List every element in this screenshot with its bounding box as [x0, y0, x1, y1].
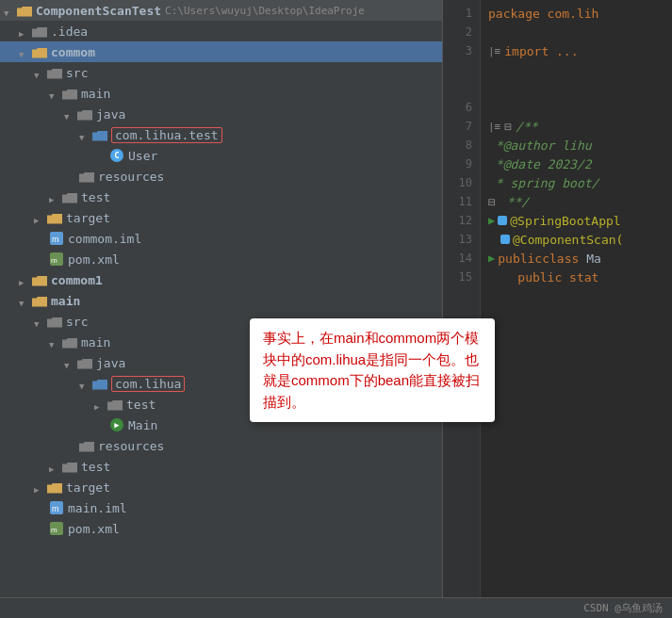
tree-item-commom1[interactable]: commom1 — [0, 269, 442, 290]
arrow-pom2 — [34, 523, 47, 534]
code-token: package com.lih — [488, 7, 598, 21]
folder-icon-test — [62, 189, 77, 204]
arrow-pom — [34, 253, 47, 265]
line-numbers: 1 2 3 6 7 8 9 10 11 12 13 14 15 18 19 — [443, 0, 481, 597]
code-line-9: * @date 2023/2 — [488, 154, 664, 173]
csdn-badge: CSDN @乌鱼鸡汤 — [583, 601, 663, 615]
code-line-3: |≡ import ... — [488, 41, 664, 60]
root-path: C:\Users\wuyuj\Desktop\IdeaProje — [165, 5, 365, 17]
root-label: ComponentScanTest — [36, 4, 161, 18]
code-line-16 — [488, 286, 664, 305]
arrow-java — [64, 108, 75, 120]
tree-item-test3[interactable]: test — [0, 456, 442, 477]
main-class-icon: ▶ — [109, 417, 124, 432]
gutter-bookmark: |≡ — [488, 45, 500, 57]
test-sub-label: test — [126, 398, 156, 412]
code-line-6 — [488, 98, 664, 117]
target2-label: target — [66, 480, 110, 495]
tree-item-test[interactable]: test — [0, 187, 442, 207]
code-token: @date — [503, 157, 540, 171]
tree-item-commom-iml[interactable]: m commom.iml — [0, 228, 442, 249]
class-icon-user: C — [109, 148, 124, 163]
commom1-label: commom1 — [51, 273, 103, 287]
line-num-6: 6 — [443, 98, 480, 117]
folder-icon-target — [47, 210, 62, 225]
folder-icon-resources — [79, 169, 94, 184]
tree-item-pom[interactable]: m pom.xml — [0, 249, 442, 269]
tree-item-com-lihua-test[interactable]: com.lihua.test — [0, 124, 442, 145]
code-token: public — [498, 252, 542, 266]
folder-icon-commom — [32, 44, 47, 59]
arrow-main-module — [19, 295, 30, 306]
arrow-com-lihua-test — [79, 129, 90, 140]
arrow-resources2 — [64, 440, 77, 451]
tree-item-commom[interactable]: commom — [0, 41, 442, 62]
code-lines: package com.lih |≡ import ... |≡ ⊟ — [481, 0, 672, 597]
arrow-commom-iml — [34, 233, 47, 244]
line-num-15: 15 — [443, 268, 480, 286]
folder-icon-com-lihua — [92, 376, 107, 391]
code-token: @author — [503, 138, 555, 153]
line-num-11: 11 — [443, 192, 480, 211]
arrow-main — [49, 88, 60, 99]
arrow-test-sub — [94, 398, 106, 410]
code-token: * — [488, 138, 503, 153]
folder-icon-src2 — [47, 314, 62, 329]
main-class-label: Main — [128, 418, 157, 432]
src-label: src — [66, 66, 88, 80]
target-label: target — [66, 211, 110, 225]
line-num-14: 14 — [443, 249, 480, 268]
tree-item-main[interactable]: main — [0, 83, 442, 104]
main-label: main — [81, 87, 110, 101]
tree-item-user[interactable]: C User — [0, 145, 442, 166]
tree-item-resources[interactable]: resources — [0, 166, 442, 187]
folder-icon-target2 — [47, 480, 62, 495]
tree-item-pom2[interactable]: m pom.xml — [0, 518, 442, 539]
code-token: public stat — [488, 270, 598, 285]
folder-icon-src — [47, 65, 62, 80]
code-line-10: * spring boot/ — [488, 173, 664, 192]
tree-item-root[interactable]: ComponentScanTest C:\Users\wuyuj\Desktop… — [0, 0, 442, 21]
code-line-7: |≡ ⊟ /** — [488, 117, 664, 136]
pom2-icon: m — [49, 521, 64, 536]
status-bar: CSDN @乌鱼鸡汤 — [0, 597, 672, 618]
tree-item-main-iml[interactable]: m main.iml — [0, 497, 442, 518]
code-line-13: @ComponentScan( — [488, 230, 664, 249]
file-tree: ComponentScanTest C:\Users\wuyuj\Desktop… — [0, 0, 443, 597]
svg-text:m: m — [51, 526, 57, 534]
tree-item-main-module[interactable]: main — [0, 290, 442, 311]
annotation-text: 事实上，在main和commom两个模块中的com.lihua是指同一个包。也就… — [263, 328, 482, 413]
line-num-8: 8 — [443, 136, 480, 154]
arrow-idea — [19, 25, 30, 37]
code-token: * — [488, 157, 503, 171]
tree-item-target[interactable]: target — [0, 207, 442, 228]
tree-item-src[interactable]: src — [0, 62, 442, 83]
code-token: lihu — [554, 138, 591, 153]
main-module-icon: m — [49, 500, 64, 515]
code-editor: 1 2 3 6 7 8 9 10 11 12 13 14 15 18 19 — [443, 0, 672, 597]
folder-icon-main-module — [32, 293, 47, 308]
arrow-src — [34, 67, 45, 78]
tree-item-idea[interactable]: .idea — [0, 21, 442, 41]
folder-icon-java — [77, 106, 92, 122]
tree-item-resources2[interactable]: resources — [0, 435, 442, 456]
resources2-label: resources — [98, 439, 164, 453]
line-num-1: 1 — [443, 4, 480, 23]
tree-item-java[interactable]: java — [0, 104, 442, 124]
gutter-run-icon-12: ▶ — [488, 214, 495, 227]
line-num-7: 7 — [443, 117, 480, 136]
code-token: * spring boot/ — [488, 176, 598, 190]
folder-icon-test3 — [62, 459, 77, 474]
code-token: Ma — [579, 252, 600, 266]
line-num-12: 12 — [443, 211, 480, 230]
arrow-test3 — [49, 461, 60, 472]
gutter-bean-icon-13 — [500, 235, 510, 244]
module-icon: m — [49, 231, 64, 246]
svg-text:m: m — [52, 235, 59, 244]
code-line-12: ▶ @SpringBootAppl — [488, 211, 664, 230]
arrow-target2 — [34, 481, 45, 493]
line-num-10: 10 — [443, 173, 480, 192]
pom2-label: pom.xml — [68, 522, 120, 536]
tree-item-target2[interactable]: target — [0, 477, 442, 497]
main2-label: main — [81, 335, 110, 350]
